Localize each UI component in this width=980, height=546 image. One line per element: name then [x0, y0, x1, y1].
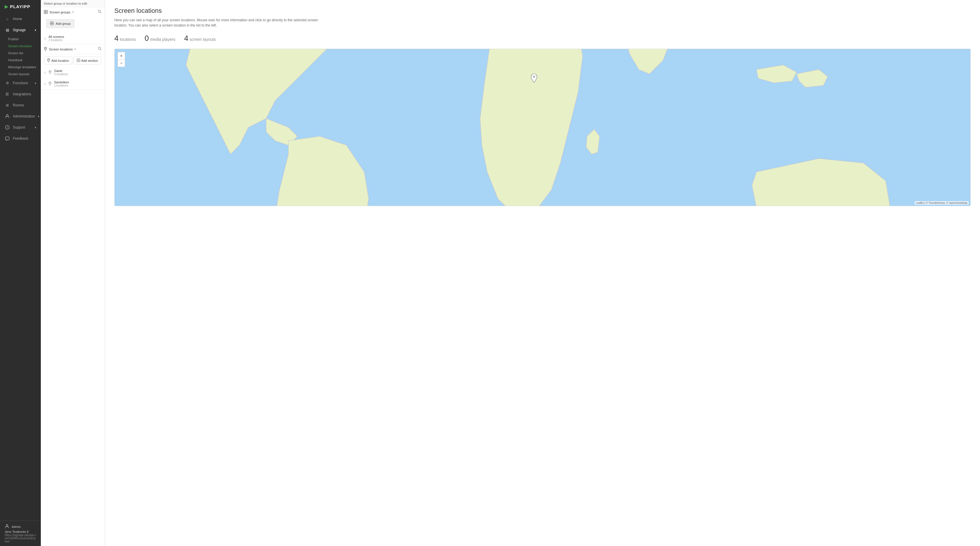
locations-actions: Add location Add section — [44, 57, 102, 64]
svg-text:?: ? — [6, 126, 8, 129]
middle-panel-header: Select group or location to edit — [41, 0, 105, 7]
add-section-button[interactable]: Add section — [73, 57, 101, 64]
chevron-down-icon: ▾ — [75, 48, 76, 51]
screen-groups-header: Screen groups ▾ — [41, 7, 105, 17]
stat-locations: 4 locations — [115, 34, 136, 43]
location-pin-icon — [44, 47, 47, 52]
integrations-icon: ⛓ — [5, 92, 10, 97]
stat-media-players: 0 media players — [145, 34, 176, 43]
sidebar-item-screen-layouts[interactable]: Screen layouts — [0, 71, 41, 78]
map-controls: + − — [118, 52, 125, 67]
add-location-button[interactable]: Add location — [44, 57, 72, 64]
gavle-sub: 3 locations — [54, 73, 68, 76]
page-title: Screen locations — [115, 7, 970, 14]
svg-point-16 — [49, 82, 51, 83]
support-icon: ? — [5, 125, 10, 130]
logo: ▶ PLAYIPP — [0, 0, 41, 13]
svg-rect-8 — [46, 12, 48, 14]
location-pin-icon — [48, 70, 52, 75]
map-zoom-out-button[interactable]: − — [118, 59, 125, 67]
stat-screen-layouts: 4 screen layouts — [184, 34, 216, 43]
svg-point-18 — [533, 76, 535, 78]
svg-point-13 — [48, 59, 49, 60]
stat-locations-label: locations — [119, 37, 135, 42]
map-zoom-in-button[interactable]: + — [118, 52, 125, 59]
all-screens-label: All screens — [48, 35, 64, 38]
sandviken-label: Sandviken — [54, 81, 69, 84]
stats-row: 4 locations 0 media players 4 screen lay… — [115, 34, 970, 43]
stat-screen-layouts-label: screen layouts — [189, 37, 216, 42]
drag-handle-icon: ≡ — [44, 36, 46, 41]
signage-subnav: Publish Screen structure Screen list Hea… — [0, 36, 41, 78]
user-name: Admin — [12, 525, 21, 529]
map-container[interactable]: + − Leaflet | © Thunderforest, © OpenStr… — [115, 49, 970, 206]
all-screens-row[interactable]: ≡ All screens 2 locations — [41, 33, 105, 44]
rooms-icon: ⊞ — [5, 103, 10, 108]
svg-rect-7 — [44, 12, 46, 14]
screen-locations-section: Screen locations ▾ Add location — [41, 44, 105, 90]
sidebar-item-feedback[interactable]: Feedback — [0, 133, 41, 144]
gavle-label: Gävle — [54, 69, 68, 73]
location-item-gavle[interactable]: ≡ Gävle 3 locations — [41, 67, 105, 78]
sidebar-item-screen-list[interactable]: Screen list — [0, 49, 41, 57]
drag-handle-icon: ≡ — [44, 70, 46, 75]
screen-locations-search-button[interactable] — [98, 47, 102, 52]
chevron-down-icon: ▾ — [35, 82, 36, 85]
sidebar-item-screen-structure[interactable]: Screen structure — [0, 43, 41, 49]
sidebar-item-support[interactable]: ? Support ▾ — [0, 122, 41, 133]
logo-text: ▶ PLAYIPP — [5, 4, 30, 10]
svg-point-15 — [49, 71, 51, 72]
map-attribution: Leaflet | © Thunderforest, © OpenStreetM… — [915, 201, 969, 205]
drag-handle-icon: ≡ — [44, 82, 46, 86]
screen-locations-header: Screen locations ▾ — [41, 44, 105, 54]
chevron-down-icon: ▾ — [35, 126, 36, 129]
user-section: Admin Jens Testkonto 6 https://signage.p… — [0, 521, 41, 546]
sidebar-item-administration[interactable]: Administration ▾ — [0, 111, 41, 122]
signage-icon: ▤ — [5, 27, 10, 33]
sidebar-item-rooms[interactable]: ⊞ Rooms — [0, 100, 41, 111]
screen-groups-section: Screen groups ▾ Add group — [41, 7, 105, 44]
sidebar-item-heartbeat[interactable]: Heartbeat — [0, 57, 41, 63]
stat-media-players-label: media players — [150, 37, 175, 42]
sidebar-item-home[interactable]: ⌂ Home — [0, 13, 41, 24]
svg-rect-6 — [46, 10, 48, 12]
sidebar-item-integrations[interactable]: ⛓ Integrations — [0, 89, 41, 100]
screen-locations-title[interactable]: Screen locations ▾ — [44, 47, 76, 52]
user-url: https://signage.playipp.com/16995/screen… — [5, 533, 36, 543]
screen-groups-title[interactable]: Screen groups ▾ — [44, 10, 74, 14]
svg-point-9 — [98, 10, 100, 13]
stat-media-players-num: 0 — [145, 34, 149, 43]
map-pin — [531, 74, 537, 83]
svg-point-4 — [6, 524, 8, 526]
stat-locations-num: 4 — [115, 34, 118, 43]
sandviken-sub: 1 locations — [54, 84, 69, 87]
location-pin-icon — [48, 82, 52, 86]
svg-rect-5 — [44, 10, 46, 12]
home-icon: ⌂ — [5, 16, 10, 22]
functions-icon: ⚙ — [5, 81, 10, 86]
svg-rect-3 — [6, 137, 10, 140]
stat-screen-layouts-num: 4 — [184, 34, 188, 43]
screen-groups-search-button[interactable] — [98, 10, 102, 14]
add-group-icon — [50, 21, 54, 26]
svg-point-0 — [6, 114, 8, 116]
chevron-down-icon: ▾ — [35, 29, 36, 32]
sidebar-item-publish[interactable]: Publish — [0, 36, 41, 43]
svg-point-11 — [45, 48, 46, 48]
middle-panel: Select group or location to edit Screen … — [41, 0, 105, 546]
sidebar: ▶ PLAYIPP ⌂ Home ▤ Signage ▾ Publish Scr… — [0, 0, 41, 546]
user-icon — [5, 524, 10, 529]
sidebar-item-signage[interactable]: ▤ Signage ▾ — [0, 24, 41, 36]
svg-point-12 — [98, 47, 100, 49]
add-location-icon — [47, 58, 50, 63]
sidebar-item-message-templates[interactable]: Message templates — [0, 63, 41, 71]
sidebar-item-functions[interactable]: ⚙ Functions ▾ — [0, 78, 41, 89]
page-description: Here you can see a map of all your scree… — [115, 17, 318, 28]
main-content: Screen locations Here you can see a map … — [105, 0, 980, 546]
add-group-button[interactable]: Add group — [46, 19, 75, 28]
location-item-sandviken[interactable]: ≡ Sandviken 1 locations — [41, 78, 105, 89]
admin-icon — [5, 114, 10, 119]
all-screens-sub: 2 locations — [48, 38, 64, 42]
chevron-down-icon: ▾ — [72, 11, 74, 14]
feedback-icon — [5, 136, 10, 141]
